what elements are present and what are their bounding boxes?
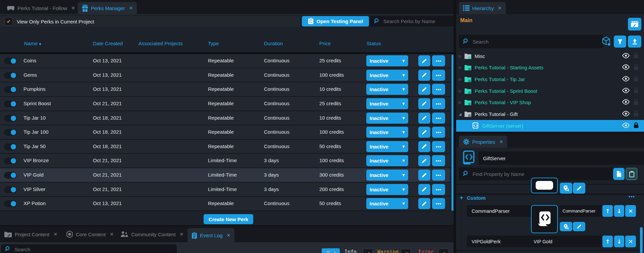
tab-properties[interactable]: Properties ✕ — [459, 136, 507, 148]
caret-expanded-icon[interactable]: ◢ — [459, 112, 464, 116]
perk-more-button[interactable]: ••• — [432, 127, 445, 138]
custom-section-title[interactable]: Custom — [467, 195, 486, 201]
tab-community-content[interactable]: Community Content ✕ — [116, 228, 187, 240]
hierarchy-item[interactable]: ▷Perks Tutorial - VIP Shop — [456, 97, 644, 108]
perk-more-button[interactable]: ••• — [432, 55, 445, 66]
custom-field-name-input[interactable] — [471, 238, 527, 245]
lock-icon[interactable] — [634, 110, 639, 118]
perk-enabled-toggle[interactable] — [4, 72, 17, 79]
table-row[interactable]: XP Potion Oct 13, 2021 Repeatable Contin… — [0, 197, 450, 211]
find-asset-button[interactable] — [560, 222, 572, 231]
delete-field-button[interactable]: ✕ — [625, 205, 636, 217]
close-icon[interactable]: ✕ — [53, 232, 57, 237]
visibility-eye-icon[interactable] — [622, 64, 630, 71]
hierarchy-item[interactable]: ◢Perks Tutorial - Gift — [456, 108, 644, 120]
lock-icon[interactable] — [634, 99, 639, 106]
perk-edit-button[interactable] — [418, 70, 430, 81]
perk-status-dropdown[interactable]: Inactive ▼ — [366, 198, 408, 209]
close-icon[interactable]: ✕ — [498, 5, 502, 11]
close-icon[interactable]: ✕ — [180, 232, 184, 237]
caret-collapsed-icon[interactable]: ▷ — [459, 54, 464, 58]
edit-script-button[interactable] — [573, 183, 585, 194]
table-row[interactable]: Tip Jar 50 Oct 18, 2021 Repeatable Conti… — [0, 140, 450, 154]
edit-asset-button[interactable] — [573, 222, 585, 231]
object-name-input[interactable] — [482, 155, 643, 162]
perk-edit-button[interactable] — [418, 113, 430, 124]
view-only-checkbox[interactable]: ✔ — [5, 17, 13, 25]
perk-enabled-toggle[interactable] — [4, 115, 17, 122]
perk-enabled-toggle[interactable] — [4, 58, 17, 64]
delete-field-button[interactable]: ✕ — [625, 236, 636, 247]
perk-edit-button[interactable] — [418, 155, 430, 166]
perk-edit-button[interactable] — [418, 141, 430, 152]
hierarchy-search-input[interactable] — [472, 39, 599, 45]
panel-splitter[interactable] — [453, 0, 456, 253]
publish-scene-button[interactable] — [628, 18, 641, 30]
perk-status-dropdown[interactable]: Inactive ▼ — [366, 155, 408, 166]
table-row[interactable]: Gems Oct 13, 2021 Repeatable Continuous … — [0, 68, 450, 83]
custom-field-name-input[interactable] — [471, 208, 527, 214]
column-header-duration[interactable]: Duration — [264, 41, 283, 46]
perk-enabled-toggle[interactable] — [4, 186, 17, 193]
log-filter-checkbox-error[interactable]: ✔ — [438, 249, 448, 253]
perk-enabled-toggle[interactable] — [4, 200, 17, 207]
perk-more-button[interactable]: ••• — [432, 198, 445, 209]
perk-edit-button[interactable] — [418, 84, 430, 95]
move-down-button[interactable]: ↓ — [614, 236, 624, 247]
property-search-input[interactable] — [472, 171, 615, 177]
perk-status-dropdown[interactable]: Inactive ▼ — [366, 141, 408, 152]
log-filter-dropdown[interactable]: ▼ — [322, 248, 340, 253]
custom-section-menu-button[interactable]: ••• — [629, 194, 635, 199]
perk-more-button[interactable]: ••• — [432, 98, 445, 109]
perk-more-button[interactable]: ••• — [432, 184, 445, 195]
perk-edit-button[interactable] — [418, 198, 430, 209]
visibility-eye-icon[interactable] — [622, 99, 630, 106]
close-icon[interactable]: ✕ — [129, 5, 133, 11]
event-log-search-input[interactable] — [14, 246, 173, 253]
perk-enabled-toggle[interactable] — [4, 143, 17, 150]
create-new-perk-button[interactable]: Create New Perk — [204, 214, 253, 224]
group-mode-cube-icon[interactable] — [601, 36, 611, 47]
visibility-eye-icon[interactable] — [622, 76, 630, 82]
perk-status-dropdown[interactable]: Inactive ▼ — [366, 184, 408, 195]
column-header-name[interactable]: Name ▼ — [24, 41, 41, 46]
tab-core-content[interactable]: Core Content ✕ — [62, 228, 118, 240]
visibility-eye-icon[interactable] — [622, 53, 630, 59]
asset-slot-commandparser[interactable] — [531, 205, 558, 233]
column-header-type[interactable]: Type — [208, 41, 219, 46]
table-row[interactable]: Coins Oct 13, 2021 Repeatable Continuous… — [0, 54, 450, 68]
perk-status-dropdown[interactable]: Inactive ▼ — [366, 70, 408, 81]
perk-edit-button[interactable] — [418, 127, 430, 138]
tab-perks-manager[interactable]: Perks Manager ✕ — [78, 2, 137, 14]
find-in-scene-button[interactable] — [560, 183, 572, 194]
perk-edit-button[interactable] — [418, 55, 430, 66]
perk-status-dropdown[interactable]: Inactive ▼ — [366, 127, 408, 138]
custom-section-caret-icon[interactable]: ▼ — [460, 196, 463, 200]
properties-scrollbar[interactable] — [640, 227, 643, 253]
perk-edit-button[interactable] — [418, 98, 430, 109]
lock-icon[interactable] — [634, 75, 639, 83]
move-down-button[interactable]: ↓ — [614, 205, 624, 217]
perk-more-button[interactable]: ••• — [432, 170, 445, 181]
lock-icon[interactable] — [634, 52, 639, 60]
tab-perks-tutorial-follow[interactable]: Perks Tutorial - Follow ✕ — [3, 2, 79, 14]
hierarchy-item[interactable]: ▷Perks Tutorial - Sprint Boost — [456, 85, 644, 97]
perk-enabled-toggle[interactable] — [4, 157, 17, 164]
perk-enabled-toggle[interactable] — [4, 101, 17, 107]
perk-edit-button[interactable] — [418, 170, 430, 181]
lock-icon[interactable] — [634, 64, 639, 71]
caret-collapsed-icon[interactable]: ▷ — [459, 77, 464, 81]
open-testing-panel-button[interactable]: Open Testing Panel — [302, 16, 369, 26]
perk-enabled-toggle[interactable] — [4, 86, 17, 93]
column-header-status[interactable]: Status — [367, 41, 381, 46]
move-up-button[interactable]: ↑ — [602, 236, 613, 247]
perk-status-dropdown[interactable]: Inactive ▼ — [366, 98, 408, 109]
perk-more-button[interactable]: ••• — [432, 155, 445, 166]
hierarchy-item[interactable]: ▷Misc — [456, 50, 644, 62]
caret-collapsed-icon[interactable]: ▷ — [459, 66, 464, 69]
move-up-button[interactable]: ↑ — [602, 205, 613, 217]
close-icon[interactable]: ✕ — [499, 139, 503, 144]
table-row[interactable]: Sprint Boost Oct 21, 2021 Repeatable Con… — [0, 97, 450, 111]
close-icon[interactable]: ✕ — [227, 233, 231, 238]
table-row[interactable]: Pumpkins Oct 13, 2021 Repeatable Continu… — [0, 82, 450, 97]
